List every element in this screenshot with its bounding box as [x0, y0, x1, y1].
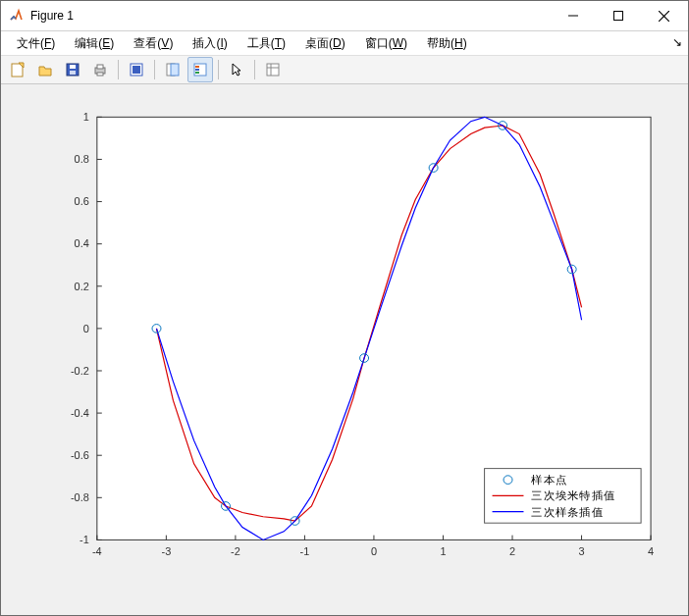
y-tick-label: 0.2 — [75, 281, 89, 292]
svg-rect-11 — [97, 73, 103, 76]
y-tick-label: -0.2 — [71, 365, 89, 377]
svg-rect-8 — [70, 71, 76, 75]
x-tick-label: -4 — [92, 545, 102, 557]
new-figure-icon[interactable] — [5, 57, 30, 82]
close-button[interactable] — [641, 1, 686, 30]
svg-rect-13 — [132, 66, 140, 74]
svg-rect-17 — [195, 66, 199, 68]
toolbar-separator — [118, 60, 119, 79]
x-tick-label: 0 — [371, 545, 377, 557]
legend-label: 三次样条插值 — [531, 505, 603, 518]
axes[interactable]: -4-3-2-101234-1-0.8-0.6-0.4-0.200.20.40.… — [48, 102, 670, 572]
menu-f[interactable]: 文件(F) — [7, 34, 65, 52]
y-tick-label: 0.6 — [75, 196, 89, 208]
toolbar-separator — [218, 60, 219, 79]
svg-rect-7 — [70, 65, 76, 69]
menu-overflow-icon[interactable]: ↘ — [672, 35, 682, 49]
x-tick-label: -1 — [300, 545, 310, 557]
menubar: 文件(F)编辑(E)查看(V)插入(I)工具(T)桌面(D)窗口(W)帮助(H)… — [1, 31, 688, 56]
x-tick-label: -2 — [231, 545, 240, 557]
maximize-button[interactable] — [596, 1, 641, 30]
colorbar-icon[interactable] — [187, 57, 213, 82]
y-tick-label: 0 — [83, 323, 89, 334]
menu-d[interactable]: 桌面(D) — [295, 34, 355, 52]
legend-label: 三次埃米特插值 — [531, 488, 615, 501]
data-cursor-icon[interactable] — [160, 57, 186, 82]
x-tick-label: 1 — [440, 545, 446, 557]
menu-w[interactable]: 窗口(W) — [355, 34, 417, 52]
open-icon[interactable] — [32, 57, 58, 82]
plot-tools-icon[interactable] — [260, 57, 286, 82]
pointer-icon[interactable] — [224, 57, 249, 82]
legend-label: 样本点 — [531, 473, 567, 486]
y-tick-label: -0.6 — [71, 449, 89, 461]
print-icon[interactable] — [87, 57, 113, 82]
minimize-button[interactable] — [551, 1, 596, 30]
svg-rect-15 — [171, 64, 179, 76]
titlebar: Figure 1 — [1, 1, 688, 31]
svg-rect-10 — [97, 65, 103, 69]
window-title: Figure 1 — [30, 9, 74, 23]
x-tick-label: 3 — [578, 545, 584, 557]
toolbar — [1, 56, 688, 84]
x-tick-label: -3 — [161, 545, 171, 557]
toolbar-separator — [254, 60, 255, 79]
svg-rect-19 — [195, 72, 199, 74]
y-tick-label: 0.8 — [75, 153, 89, 165]
figure-window: Figure 1 文件(F)编辑(E)查看(V)插入(I)工具(T)桌面(D)窗… — [0, 0, 689, 616]
y-tick-label: 1 — [83, 111, 89, 123]
y-tick-label: -0.4 — [71, 407, 89, 419]
menu-i[interactable]: 插入(I) — [183, 34, 237, 52]
menu-t[interactable]: 工具(T) — [238, 34, 295, 52]
save-icon[interactable] — [60, 57, 85, 82]
menu-h[interactable]: 帮助(H) — [417, 34, 477, 52]
y-tick-label: -0.8 — [71, 491, 89, 503]
matlab-icon — [9, 8, 25, 24]
x-tick-label: 2 — [509, 545, 515, 557]
y-tick-label: 0.4 — [75, 238, 89, 250]
svg-rect-20 — [267, 64, 279, 76]
svg-rect-1 — [614, 12, 623, 21]
toolbar-separator — [154, 60, 155, 79]
svg-rect-18 — [195, 69, 199, 71]
x-tick-label: 4 — [648, 545, 654, 557]
y-tick-label: -1 — [80, 534, 89, 545]
link-icon[interactable] — [124, 57, 149, 82]
plot-area: -4-3-2-101234-1-0.8-0.6-0.4-0.200.20.40.… — [1, 84, 688, 615]
menu-e[interactable]: 编辑(E) — [65, 34, 124, 52]
menu-v[interactable]: 查看(V) — [124, 34, 183, 52]
